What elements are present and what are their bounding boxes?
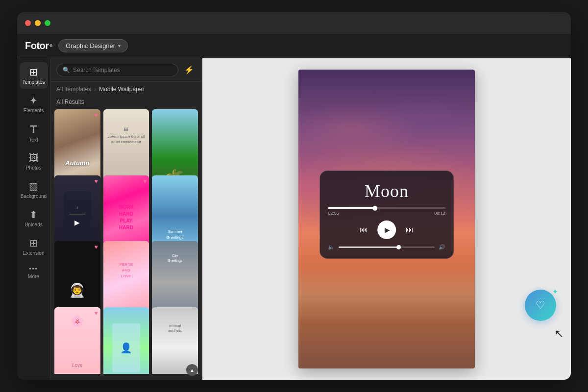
breadcrumb-parent[interactable]: All Templates (56, 86, 91, 93)
time-elapsed: 02:55 (328, 211, 339, 216)
scroll-up-button[interactable]: ▲ (186, 364, 198, 376)
breadcrumb-separator: › (94, 86, 96, 93)
background-icon: ▨ (29, 180, 38, 192)
titlebar (17, 12, 571, 34)
cursor-icon: ↖ (554, 327, 564, 341)
templates-grid: Autumn ♥ ❝ Lorem ipsum dolor sit amet co… (50, 109, 202, 374)
app-window: Fotor® Graphic Designer ▾ ⊞ Templates ✦ … (17, 12, 571, 380)
fast-forward-button[interactable]: ⏭ (406, 225, 414, 234)
sidebar-item-extension[interactable]: ⊞ Extension (20, 233, 48, 260)
main-area: ⊞ Templates ✦ Elements T Text 🖼 Photos ▨ (17, 58, 571, 380)
topbar: Fotor® Graphic Designer ▾ (17, 34, 571, 58)
progress-section: 02:55 08:12 (328, 207, 445, 216)
search-input[interactable] (73, 67, 172, 74)
volume-bar-background (339, 246, 435, 248)
more-icon: ••• (29, 266, 38, 272)
logo: Fotor® (25, 40, 52, 51)
sidebar-label-text: Text (29, 137, 38, 143)
mode-label: Graphic Designer (66, 42, 115, 49)
love-text: Love (54, 363, 100, 368)
sidebar-item-background[interactable]: ▨ Background (20, 176, 48, 203)
volume-dot (396, 245, 401, 249)
music-player-mini: ♪ (76, 205, 78, 210)
volume-bar-fill (339, 246, 401, 248)
time-labels: 02:55 08:12 (328, 211, 445, 216)
logo-symbol: ® (50, 44, 52, 48)
play-button[interactable]: ▶ (377, 220, 396, 239)
sidebar-label-background: Background (21, 194, 47, 199)
sidebar-label-templates: Templates (23, 79, 45, 85)
sidebar-label-extension: Extension (23, 250, 45, 256)
photo-frame: 👤 (112, 323, 140, 372)
chevron-down-icon: ▾ (118, 43, 121, 49)
mini-play: ▶ (74, 219, 80, 226)
photos-icon: 🖼 (29, 152, 39, 164)
sidebar-item-templates[interactable]: ⊞ Templates (20, 62, 48, 89)
sidebar-item-elements[interactable]: ✦ Elements (20, 91, 48, 117)
maximize-dot[interactable] (45, 20, 50, 26)
sidebar-label-uploads: Uploads (24, 222, 43, 227)
volume-section: 🔈 🔊 (328, 244, 445, 250)
search-box[interactable]: 🔍 (56, 64, 178, 76)
peace-text: PEACEANDLOVE (103, 262, 149, 279)
card-ocean-text: SummerGreetings (152, 229, 198, 241)
music-player: Moon 02:55 08:12 (319, 171, 454, 259)
progress-dot (372, 206, 377, 211)
volume-high-icon: 🔊 (439, 244, 445, 250)
uploads-icon: ⬆ (29, 209, 38, 220)
fab-favorite-button[interactable]: ♡ ✦ (525, 290, 556, 321)
panel-search-bar: 🔍 ⚡ (50, 58, 202, 82)
template-card[interactable]: 👤 (103, 307, 149, 374)
template-card[interactable]: ♥ 🌸 Love (54, 307, 100, 374)
sidebar: ⊞ Templates ✦ Elements T Text 🖼 Photos ▨ (17, 58, 50, 380)
volume-low-icon: 🔈 (328, 244, 335, 250)
sidebar-item-photos[interactable]: 🖼 Photos (20, 148, 48, 174)
player-title: Moon (328, 181, 445, 201)
results-label: All Results (50, 97, 202, 109)
mode-selector[interactable]: Graphic Designer ▾ (58, 39, 128, 52)
rewind-button[interactable]: ⏮ (360, 225, 368, 234)
extension-icon: ⊞ (29, 237, 38, 249)
progress-bar-background (328, 207, 445, 209)
card-pink-text: WORKHARDPLAYHARD (103, 204, 149, 231)
sidebar-label-more: More (28, 274, 39, 279)
breadcrumb-current: Mobile Wallpaper (99, 86, 144, 93)
heart-badge: ♥ (95, 178, 98, 185)
flower-icon: 🌸 (54, 315, 100, 328)
scroll-btn-container: ▲ (50, 374, 202, 380)
sidebar-item-text[interactable]: T Text (20, 119, 48, 147)
close-dot[interactable] (25, 20, 31, 26)
elements-icon: ✦ (29, 95, 38, 106)
sidebar-item-more[interactable]: ••• More (20, 262, 48, 283)
logo-text: Fotor (25, 40, 49, 51)
preview-background: Moon 02:55 08:12 (298, 70, 475, 368)
card-text: Autumn (54, 159, 100, 167)
time-total: 08:12 (434, 211, 445, 216)
player-controls: ⏮ ▶ ⏭ (328, 220, 445, 239)
sidebar-label-photos: Photos (26, 165, 41, 171)
astronaut-icon: 👨‍🚀 (54, 282, 100, 298)
canvas-area[interactable]: Moon 02:55 08:12 (202, 58, 571, 380)
fab-heart-icon: ♡ (536, 299, 545, 312)
mini-progress (69, 214, 86, 215)
breadcrumb: All Templates › Mobile Wallpaper (50, 82, 202, 97)
text-icon: T (30, 123, 37, 136)
templates-icon: ⊞ (29, 66, 38, 78)
heart-badge: ♥ (95, 112, 98, 119)
play-icon: ▶ (385, 226, 390, 234)
heart-badge: ♥ (143, 178, 147, 185)
canvas-preview: Moon 02:55 08:12 (298, 70, 475, 368)
minimal-text: minimalaesthetic (152, 323, 198, 334)
minimize-dot[interactable] (35, 20, 41, 26)
sparkle-icon: ✦ (552, 288, 558, 295)
progress-bar-fill (328, 207, 375, 209)
city-text: CityGreetings (152, 253, 198, 264)
sidebar-label-elements: Elements (24, 108, 44, 113)
templates-panel: 🔍 ⚡ All Templates › Mobile Wallpaper All… (50, 58, 202, 380)
filter-icon[interactable]: ⚡ (182, 63, 196, 76)
heart-badge: ♥ (95, 244, 98, 250)
search-icon: 🔍 (63, 67, 70, 74)
sidebar-item-uploads[interactable]: ⬆ Uploads (20, 205, 48, 231)
results-label-text: All Results (56, 98, 84, 105)
